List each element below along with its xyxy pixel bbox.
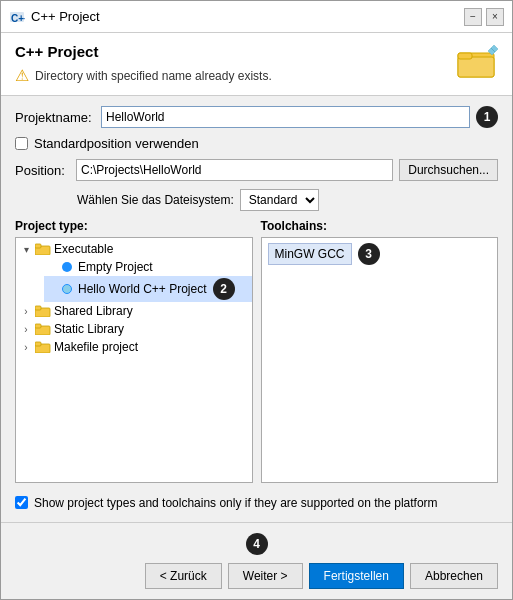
annotation-2: 2: [213, 278, 235, 300]
toolchain-item-mingw[interactable]: MinGW GCC: [268, 243, 352, 265]
tree-item-executable[interactable]: ▾ Executable: [16, 240, 252, 258]
arrow-static-library: ›: [20, 324, 32, 335]
tree-item-hello-world[interactable]: Hello World C++ Project 2: [44, 276, 252, 302]
filesystem-label: Wählen Sie das Dateisystem:: [77, 193, 234, 207]
folder-icon-area: [456, 43, 498, 81]
standard-position-label: Standardposition verwenden: [34, 136, 199, 151]
makefile-label: Makefile project: [54, 340, 138, 354]
dot-hello-world: [62, 284, 72, 294]
header-section: C++ Project ⚠ Directory with specified n…: [1, 33, 512, 96]
hello-world-label: Hello World C++ Project: [78, 282, 207, 296]
arrow-shared-library: ›: [20, 306, 32, 317]
folder-icon-static-library: [34, 322, 52, 336]
position-label: Position:: [15, 163, 70, 178]
tree-item-makefile[interactable]: › Makefile project: [16, 338, 252, 356]
app-icon: C++: [9, 9, 25, 25]
footer: 4 < Zurück Weiter > Fertigstellen Abbrec…: [1, 522, 512, 599]
warning-icon: ⚠: [15, 66, 29, 85]
empty-project-label: Empty Project: [78, 260, 153, 274]
arrow-spacer-1: [48, 262, 60, 273]
position-row: Position: Durchsuchen...: [15, 159, 498, 181]
project-type-panel: Project type: ▾ Executable: [15, 219, 253, 483]
close-button[interactable]: ×: [486, 8, 504, 26]
tree-item-static-library[interactable]: › Static Library: [16, 320, 252, 338]
svg-rect-8: [35, 244, 41, 248]
standard-position-checkbox[interactable]: [15, 137, 28, 150]
project-type-tree: ▾ Executable: [15, 237, 253, 483]
project-name-input[interactable]: [101, 106, 470, 128]
arrow-spacer-2: [48, 284, 60, 295]
dialog-window: C++ C++ Project − × C++ Project ⚠ Direct…: [0, 0, 513, 600]
finish-button[interactable]: Fertigstellen: [309, 563, 404, 589]
platform-filter-label: Show project types and toolchains only i…: [34, 495, 438, 512]
toolchains-list: MinGW GCC 3: [261, 237, 499, 483]
dot-empty-project: [62, 262, 72, 272]
dialog-content: C++ Project ⚠ Directory with specified n…: [1, 33, 512, 599]
tree-item-empty-project[interactable]: Empty Project: [44, 258, 252, 276]
body-section: Projektname: 1 Standardposition verwende…: [1, 96, 512, 522]
arrow-executable: ▾: [20, 244, 32, 255]
svg-rect-10: [35, 306, 41, 310]
project-type-label: Project type:: [15, 219, 253, 233]
annotation-3: 3: [358, 243, 380, 265]
toolchains-panel: Toolchains: MinGW GCC 3: [261, 219, 499, 483]
svg-rect-4: [458, 53, 472, 59]
position-input[interactable]: [76, 159, 393, 181]
shared-library-label: Shared Library: [54, 304, 133, 318]
title-text: C++ Project: [31, 9, 100, 24]
warning-row: ⚠ Directory with specified name already …: [15, 66, 272, 85]
standard-position-row: Standardposition verwenden: [15, 136, 498, 151]
static-library-label: Static Library: [54, 322, 124, 336]
svg-rect-12: [35, 324, 41, 328]
svg-rect-14: [35, 342, 41, 346]
filesystem-select[interactable]: Standard: [240, 189, 319, 211]
panels-row: Project type: ▾ Executable: [15, 219, 498, 483]
svg-text:C++: C++: [11, 13, 25, 24]
svg-rect-3: [458, 57, 494, 77]
folder-icon: [456, 43, 498, 81]
dialog-title: C++ Project: [15, 43, 272, 60]
filesystem-row: Wählen Sie das Dateisystem: Standard: [15, 189, 498, 211]
project-name-row: Projektname: 1: [15, 106, 498, 128]
folder-icon-shared-library: [34, 304, 52, 318]
annotation-4: 4: [246, 533, 268, 555]
browse-button[interactable]: Durchsuchen...: [399, 159, 498, 181]
platform-filter-checkbox[interactable]: [15, 496, 28, 509]
annotation-1: 1: [476, 106, 498, 128]
folder-icon-executable: [34, 242, 52, 256]
executable-label: Executable: [54, 242, 113, 256]
button-row: < Zurück Weiter > Fertigstellen Abbreche…: [15, 563, 498, 589]
title-bar: C++ C++ Project − ×: [1, 1, 512, 33]
title-controls: − ×: [464, 8, 504, 26]
tree-item-shared-library[interactable]: › Shared Library: [16, 302, 252, 320]
next-button[interactable]: Weiter >: [228, 563, 303, 589]
toolchains-label: Toolchains:: [261, 219, 499, 233]
cancel-button[interactable]: Abbrechen: [410, 563, 498, 589]
back-button[interactable]: < Zurück: [145, 563, 222, 589]
warning-text: Directory with specified name already ex…: [35, 69, 272, 83]
bottom-checkbox-row: Show project types and toolchains only i…: [15, 495, 498, 512]
tree-child-hello-world: Hello World C++ Project 2: [16, 276, 252, 302]
project-name-label: Projektname:: [15, 110, 95, 125]
folder-icon-makefile: [34, 340, 52, 354]
arrow-makefile: ›: [20, 342, 32, 353]
minimize-button[interactable]: −: [464, 8, 482, 26]
tree-child-empty-project: Empty Project: [16, 258, 252, 276]
